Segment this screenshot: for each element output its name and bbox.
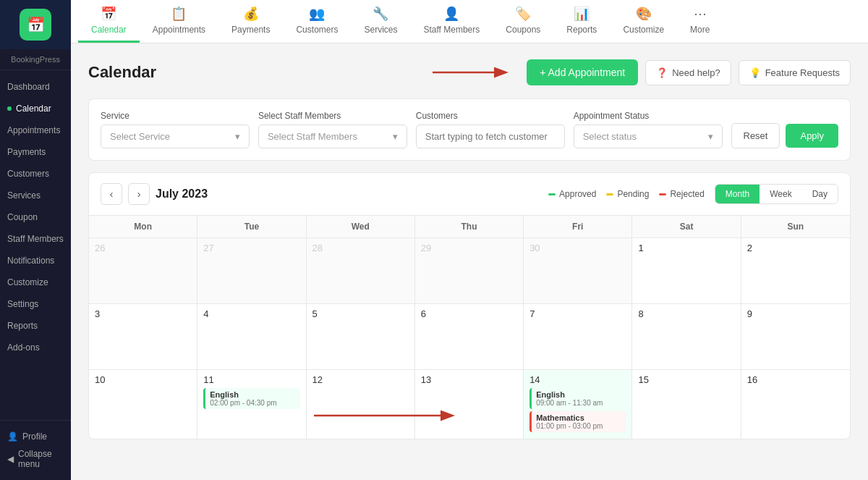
sidebar-item-dashboard[interactable]: Dashboard: [0, 76, 71, 98]
cal-cell-28[interactable]: 28: [307, 238, 415, 303]
cal-cell-16[interactable]: 16: [741, 370, 850, 439]
cal-cell-1[interactable]: 1: [632, 238, 741, 303]
legend-rejected: Rejected: [659, 189, 704, 199]
page-title: Calendar: [88, 63, 156, 82]
tab-label: Appointments: [153, 25, 205, 35]
tab-appointments[interactable]: 📋 Appointments: [140, 0, 218, 43]
tab-payments[interactable]: 💰 Payments: [218, 0, 283, 43]
tab-more[interactable]: ⋯ More: [677, 0, 723, 43]
status-select[interactable]: Select status ▾: [574, 125, 723, 148]
tab-customers[interactable]: 👥 Customers: [283, 0, 351, 43]
tab-services[interactable]: 🔧 Services: [351, 0, 410, 43]
staff-label: Select Staff Members: [258, 111, 407, 121]
pending-dot: [606, 193, 613, 195]
cal-cell-4[interactable]: 4: [197, 304, 306, 369]
collapse-menu-item[interactable]: ◀ Collapse menu: [7, 445, 64, 473]
cal-cell-27[interactable]: 27: [197, 238, 306, 303]
day-header-wed: Wed: [307, 216, 415, 237]
service-placeholder: Select Service: [110, 131, 170, 142]
staff-icon: 👤: [443, 6, 459, 22]
tab-coupons[interactable]: 🏷️ Coupons: [493, 0, 553, 43]
sidebar-item-label: Coupon: [7, 212, 38, 222]
sidebar-item-label: Settings: [7, 299, 38, 309]
cal-cell-15[interactable]: 15: [632, 370, 741, 439]
need-help-button[interactable]: ❓ Need help?: [645, 60, 731, 85]
week-view-button[interactable]: Week: [760, 185, 801, 203]
event-title: English: [536, 390, 621, 399]
calendar-icon: 📅: [101, 6, 116, 22]
services-icon: 🔧: [373, 6, 388, 22]
sidebar-item-calendar[interactable]: Calendar: [0, 98, 71, 119]
calendar-header: Calendar + Add Appointment ❓ Need help?: [88, 58, 851, 87]
event-english-14[interactable]: English 09:00 am - 11:30 am: [529, 388, 626, 409]
feature-requests-button[interactable]: 💡 Feature Requests: [739, 60, 851, 85]
cal-cell-14[interactable]: 14 English 09:00 am - 11:30 am Mathemati…: [524, 370, 632, 439]
cal-cell-3[interactable]: 3: [89, 304, 197, 369]
cal-cell-13[interactable]: 13: [415, 370, 524, 439]
calendar-navigation: ‹ › July 2023: [101, 183, 208, 205]
help-icon: ❓: [656, 67, 668, 78]
service-select[interactable]: Select Service ▾: [101, 125, 250, 148]
sidebar-item-customize[interactable]: Customize: [0, 271, 71, 293]
cal-cell-30[interactable]: 30: [524, 238, 632, 303]
sidebar-item-staff-members[interactable]: Staff Members: [0, 228, 71, 250]
staff-filter: Select Staff Members Select Staff Member…: [258, 111, 407, 148]
cal-cell-12[interactable]: 12: [307, 370, 415, 439]
coupons-icon: 🏷️: [515, 6, 531, 22]
more-icon: ⋯: [694, 6, 707, 22]
tab-customize[interactable]: 🎨 Customize: [610, 0, 677, 43]
cal-cell-7[interactable]: 7: [524, 304, 632, 369]
tab-reports[interactable]: 📊 Reports: [553, 0, 610, 43]
feature-icon: 💡: [749, 67, 761, 78]
cal-cell-11[interactable]: 11 English 02:00 pm - 04:30 pm: [197, 370, 306, 439]
sidebar-item-label: Payments: [7, 147, 46, 157]
tab-label: Reports: [566, 25, 597, 35]
day-view-button[interactable]: Day: [802, 185, 838, 203]
tab-calendar[interactable]: 📅 Calendar: [78, 0, 140, 43]
prev-month-button[interactable]: ‹: [101, 183, 122, 205]
sidebar-item-services[interactable]: Services: [0, 185, 71, 206]
cal-cell-10[interactable]: 10: [89, 370, 197, 439]
active-indicator: [7, 106, 12, 111]
sidebar-item-notifications[interactable]: Notifications: [0, 250, 71, 271]
days-header: Mon Tue Wed Thu Fri Sat Sun: [89, 216, 850, 238]
cal-cell-2[interactable]: 2: [741, 238, 850, 303]
sidebar-item-customers[interactable]: Customers: [0, 163, 71, 185]
sidebar-item-coupon[interactable]: Coupon: [0, 206, 71, 228]
add-appointment-button[interactable]: + Add Appointment: [527, 59, 638, 85]
customers-filter: Customers: [416, 111, 565, 148]
cal-cell-26[interactable]: 26: [89, 238, 197, 303]
sidebar-item-label: Services: [7, 190, 41, 201]
collapse-label: Collapse menu: [18, 449, 64, 469]
event-english-11[interactable]: English 02:00 pm - 04:30 pm: [203, 388, 299, 409]
tab-label: Calendar: [91, 25, 127, 35]
month-view-button[interactable]: Month: [715, 185, 760, 203]
calendar-week: 3 4 5 6 7 8 9: [89, 304, 850, 370]
sidebar-item-appointments[interactable]: Appointments: [0, 119, 71, 141]
sidebar-item-addons[interactable]: Add-ons: [0, 337, 71, 358]
cal-cell-29[interactable]: 29: [415, 238, 524, 303]
customers-input[interactable]: [416, 125, 565, 148]
apply-button[interactable]: Apply: [786, 124, 838, 148]
cal-cell-6[interactable]: 6: [415, 304, 524, 369]
cal-cell-5[interactable]: 5: [307, 304, 415, 369]
next-month-button[interactable]: ›: [128, 183, 150, 205]
status-placeholder: Select status: [583, 131, 637, 142]
chevron-down-icon: ▾: [393, 131, 398, 142]
filters-bar: Service Select Service ▾ Select Staff Me…: [88, 98, 851, 161]
day-header-thu: Thu: [415, 216, 524, 237]
reset-button[interactable]: Reset: [731, 123, 780, 148]
event-mathematics-14[interactable]: Mathematics 01:00 pm - 03:00 pm: [529, 411, 626, 432]
tab-staff-members[interactable]: 👤 Staff Members: [410, 0, 493, 43]
cal-cell-9[interactable]: 9: [741, 304, 850, 369]
cal-cell-8[interactable]: 8: [632, 304, 741, 369]
profile-item[interactable]: 👤 Profile: [7, 428, 64, 445]
calendar-legend: Approved Pending Rejected: [548, 189, 705, 199]
sidebar-item-payments[interactable]: Payments: [0, 141, 71, 163]
sidebar-item-settings[interactable]: Settings: [0, 293, 71, 315]
sidebar-item-reports[interactable]: Reports: [0, 315, 71, 337]
day-header-fri: Fri: [524, 216, 632, 237]
tab-label: Customers: [296, 25, 338, 35]
event-time: 09:00 am - 11:30 am: [536, 399, 621, 407]
staff-select[interactable]: Select Staff Members ▾: [258, 125, 407, 148]
